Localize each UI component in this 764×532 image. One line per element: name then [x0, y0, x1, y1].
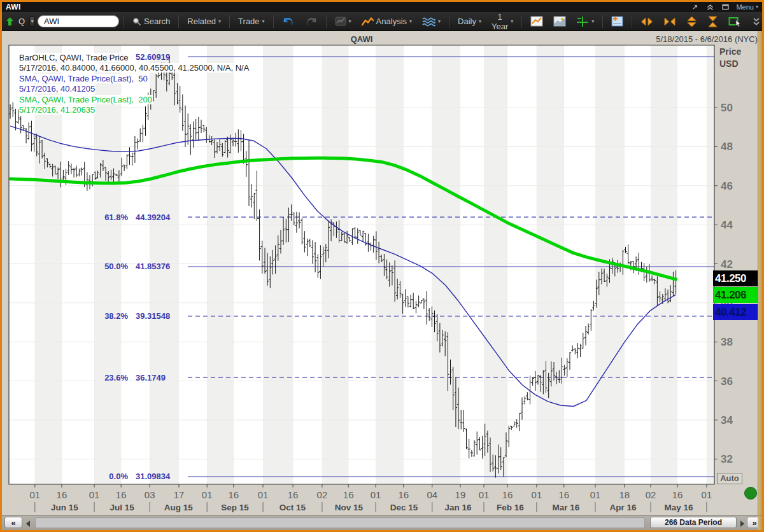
- redo-icon: [305, 16, 318, 27]
- x-tick-label: 19: [455, 489, 466, 500]
- month-stripe: [677, 45, 707, 484]
- data-period-button[interactable]: 266 Data Period: [650, 517, 737, 528]
- add-panel-button[interactable]: [607, 14, 627, 29]
- related-button[interactable]: Related ▾: [183, 14, 225, 29]
- expand-vertical-button[interactable]: [683, 14, 701, 29]
- chart-legend: BarOHLC, QAWI, Trade Price 5/17/2016, 40…: [18, 53, 250, 115]
- month-label: Apr 16: [609, 503, 637, 512]
- x-tick-label: 03: [145, 489, 155, 500]
- last-price-callout: 41.250: [713, 270, 759, 286]
- undo-icon: [282, 16, 295, 27]
- compress-horizontal-icon: [663, 17, 676, 27]
- retracement-tool-icon: [576, 16, 589, 27]
- x-tick-label: 01: [702, 489, 712, 500]
- x-tick-label: 18: [619, 489, 630, 500]
- month-stripe: [651, 45, 677, 484]
- month-label: May 16: [664, 503, 693, 512]
- x-tick-label: 01: [202, 489, 213, 500]
- quote-type-label[interactable]: Q: [17, 17, 27, 26]
- redo-button[interactable]: [301, 14, 322, 29]
- month-label: Dec 15: [390, 503, 418, 512]
- toolbar-separator: [326, 15, 327, 28]
- menu-button[interactable]: Menu ▾: [736, 3, 758, 11]
- compress-horizontal-button[interactable]: [660, 14, 680, 29]
- y-tick-label: 48: [721, 141, 733, 153]
- chart-style-line-button[interactable]: [527, 14, 547, 29]
- legend-line: SMA, QAWI, Trade Price(Last), 50: [18, 74, 250, 84]
- month-label: Sep 15: [221, 503, 249, 512]
- x-tick-label: 01: [532, 489, 542, 500]
- symbol-type-dropdown[interactable]: ▼: [29, 17, 35, 27]
- month-stripe: [348, 45, 376, 484]
- x-tick-label: 16: [343, 489, 354, 500]
- toolbar-separator: [178, 15, 179, 28]
- compress-vertical-icon: [707, 16, 718, 27]
- toolbar-separator: [602, 15, 603, 28]
- legend-line: BarOHLC, QAWI, Trade Price: [18, 53, 250, 63]
- more-tools-button[interactable]: [749, 14, 764, 29]
- sma200-price-callout: 41.206: [713, 287, 759, 303]
- month-stripe: [537, 45, 564, 484]
- month-label: Jun 15: [51, 503, 78, 512]
- level-tool-button[interactable]: ▾: [572, 14, 598, 29]
- y-tick-label: 36: [721, 375, 733, 388]
- toolbar-separator: [449, 15, 449, 28]
- scroll-left-icon[interactable]: [26, 521, 30, 527]
- scroll-right-icon[interactable]: [740, 521, 744, 527]
- collapse-icon[interactable]: [705, 3, 714, 11]
- y-tick-label: 50: [721, 102, 733, 114]
- chart-style-area-button[interactable]: [549, 14, 570, 29]
- chevron-down-icon: ▾: [218, 19, 221, 24]
- x-tick-label: 16: [228, 489, 239, 500]
- range-dropdown[interactable]: 1 Year ▾: [488, 14, 517, 29]
- legend-line: 5/17/2016, 40.84000, 41.66000, 40.45500,…: [18, 63, 250, 73]
- chart-region: QAWI 5/18/2015 - 6/6/2016 (NYC) 100.0%52…: [2, 31, 762, 515]
- toolbar-separator: [273, 15, 274, 28]
- legend-line: 5/17/2016, 41.20635: [18, 105, 250, 115]
- fib-value-label: 39.31548: [136, 311, 170, 321]
- sma50-price-callout: 40.412: [713, 304, 759, 320]
- trade-button[interactable]: Trade ▾: [234, 14, 269, 29]
- fib-pct-label: 0.0%: [109, 472, 128, 481]
- bottom-scrollbar: « 266 Data Period »: [2, 515, 762, 530]
- chart-folder-icon: [335, 17, 346, 26]
- symbol-input[interactable]: [38, 15, 119, 27]
- period-dropdown[interactable]: Daily ▾: [454, 14, 485, 29]
- expand-horizontal-button[interactable]: [637, 14, 657, 29]
- x-tick-label: 16: [116, 489, 127, 500]
- restore-window-icon[interactable]: [721, 3, 730, 11]
- x-tick-label: 02: [646, 489, 656, 500]
- pop-out-icon[interactable]: ↗: [690, 3, 699, 11]
- month-label: Mar 16: [553, 503, 580, 512]
- expand-horizontal-icon: [640, 17, 653, 27]
- x-tick-label: 16: [558, 489, 569, 500]
- month-label: Oct 15: [279, 503, 306, 512]
- analysis-button[interactable]: Analysis ▾: [358, 14, 416, 29]
- month-stripe: [707, 45, 714, 484]
- month-label: Aug 15: [164, 503, 194, 512]
- scrollbar-track[interactable]: [35, 517, 645, 528]
- window-title: AWI: [6, 3, 21, 11]
- saved-charts-button[interactable]: ▾: [331, 14, 355, 29]
- legend-line: SMA, QAWI, Trade Price(Last), 200: [18, 95, 250, 105]
- x-tick-label: 16: [502, 489, 513, 500]
- x-tick-label: 01: [590, 489, 601, 500]
- undo-button[interactable]: [278, 14, 299, 29]
- month-label: Nov 15: [335, 503, 364, 512]
- compress-vertical-button[interactable]: [704, 14, 722, 29]
- x-tick-label: 16: [398, 489, 409, 500]
- scroll-far-left-button[interactable]: «: [4, 517, 22, 528]
- select-region-icon: [728, 16, 742, 27]
- search-button[interactable]: Search: [129, 14, 174, 29]
- month-stripe: [484, 45, 507, 484]
- y-tick-label: 46: [721, 180, 733, 192]
- app-window: AWI ↗ Menu ▾ Q ▼ Search: [0, 0, 764, 532]
- auto-scale-button[interactable]: Auto: [717, 473, 742, 484]
- x-tick-label: 16: [57, 489, 67, 500]
- fib-pct-label: 61.8%: [104, 213, 128, 222]
- zoom-region-button[interactable]: [725, 14, 746, 29]
- right-edge-strip: [758, 31, 762, 515]
- menu-label: Menu: [736, 3, 754, 11]
- waves-tool-button[interactable]: ▾: [418, 14, 444, 29]
- month-stripe: [625, 45, 651, 484]
